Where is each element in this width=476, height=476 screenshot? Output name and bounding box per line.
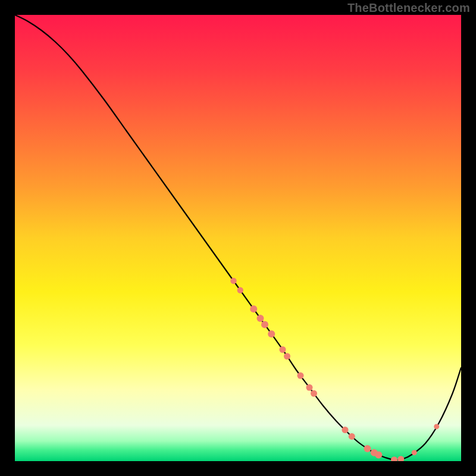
chart-stage: TheBottlenecker.com (0, 0, 476, 476)
marker-dot (311, 390, 317, 397)
marker-dot (342, 427, 349, 433)
marker-dot (349, 433, 355, 440)
gradient-background (15, 15, 461, 461)
marker-dot (375, 452, 382, 459)
marker-dot (268, 330, 275, 337)
marker-dot (306, 384, 313, 391)
marker-dot (434, 424, 439, 429)
marker-dot (257, 315, 264, 322)
marker-dot (364, 445, 371, 452)
bottleneck-chart (15, 15, 461, 461)
watermark-label: TheBottlenecker.com (347, 1, 470, 15)
marker-dot (261, 321, 268, 328)
marker-dot (230, 278, 236, 284)
marker-dot (412, 450, 417, 455)
marker-dot (280, 346, 286, 353)
marker-dot (284, 353, 290, 359)
marker-dot (237, 287, 243, 293)
marker-dot (250, 305, 257, 312)
marker-dot (298, 372, 304, 379)
